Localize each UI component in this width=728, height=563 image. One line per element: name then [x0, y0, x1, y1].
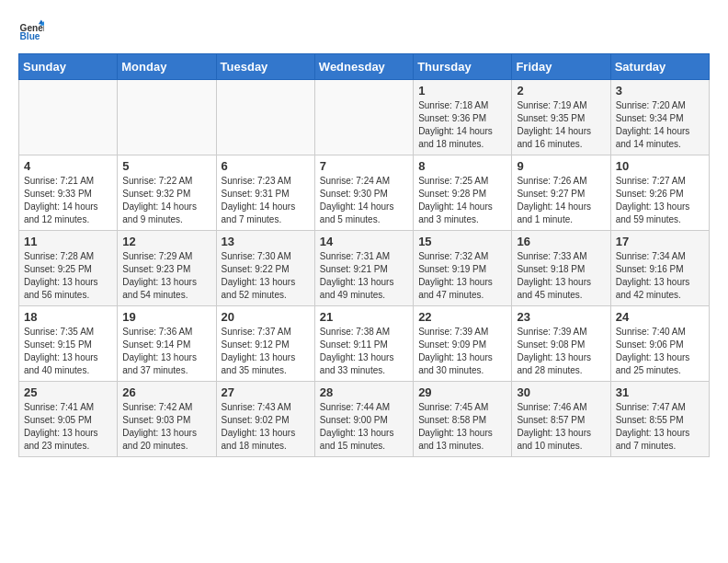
day-number: 19	[122, 310, 210, 324]
day-info-line: Sunset: 9:34 PM	[616, 112, 704, 125]
day-info-line: Sunset: 9:26 PM	[616, 188, 704, 201]
day-info-line: Sunset: 9:03 PM	[122, 414, 210, 427]
day-info-line: Sunset: 9:06 PM	[616, 339, 704, 351]
col-header-thursday: Thursday	[414, 54, 512, 80]
day-info-line: and 18 minutes.	[418, 138, 506, 151]
day-info-line: Sunrise: 7:39 AM	[517, 326, 605, 339]
day-info-line: Daylight: 13 hours	[517, 351, 605, 364]
day-number: 24	[616, 310, 704, 324]
day-info-line: Sunset: 9:25 PM	[24, 263, 112, 276]
day-cell-17: 14Sunrise: 7:31 AMSunset: 9:21 PMDayligh…	[314, 231, 413, 306]
day-cell-22: 19Sunrise: 7:36 AMSunset: 9:14 PMDayligh…	[118, 306, 216, 382]
day-info-line: Daylight: 13 hours	[418, 427, 506, 440]
day-info-line: Daylight: 13 hours	[418, 276, 506, 289]
day-info-line: and 15 minutes.	[320, 440, 408, 453]
day-info-line: and 12 minutes.	[24, 213, 112, 226]
day-number: 2	[517, 84, 605, 98]
day-info-line: Daylight: 13 hours	[616, 201, 704, 213]
day-info-line: Daylight: 13 hours	[320, 351, 408, 364]
day-info-line: Sunset: 9:11 PM	[320, 339, 408, 351]
svg-text:Blue: Blue	[20, 31, 40, 41]
day-info-line: and 9 minutes.	[122, 213, 210, 226]
day-info-line: and 40 minutes.	[24, 364, 112, 377]
day-info-line: Sunset: 8:57 PM	[517, 414, 605, 427]
day-info-line: and 23 minutes.	[24, 440, 112, 453]
day-cell-23: 20Sunrise: 7:37 AMSunset: 9:12 PMDayligh…	[216, 306, 314, 382]
day-cell-20: 17Sunrise: 7:34 AMSunset: 9:16 PMDayligh…	[610, 231, 709, 306]
day-info-line: Daylight: 14 hours	[24, 201, 112, 213]
day-info-line: Daylight: 14 hours	[222, 201, 310, 213]
day-info-line: Daylight: 13 hours	[222, 351, 310, 364]
week-row-1: 1Sunrise: 7:18 AMSunset: 9:36 PMDaylight…	[19, 80, 710, 155]
day-number: 21	[320, 310, 408, 324]
day-info-line: Sunrise: 7:46 AM	[517, 401, 605, 414]
day-info-line: Daylight: 13 hours	[222, 276, 310, 289]
col-header-monday: Monday	[118, 54, 216, 80]
day-cell-3	[314, 80, 413, 155]
day-info-line: Sunrise: 7:25 AM	[418, 175, 506, 188]
day-cell-7: 4Sunrise: 7:21 AMSunset: 9:33 PMDaylight…	[19, 155, 118, 231]
day-cell-25: 22Sunrise: 7:39 AMSunset: 9:09 PMDayligh…	[414, 306, 512, 382]
day-number: 6	[222, 159, 310, 173]
day-info-line: Daylight: 13 hours	[517, 427, 605, 440]
day-info-line: and 37 minutes.	[122, 364, 210, 377]
day-info-line: and 33 minutes.	[320, 364, 408, 377]
day-info-line: and 35 minutes.	[222, 364, 310, 377]
day-info-line: Sunrise: 7:24 AM	[320, 175, 408, 188]
day-info-line: Sunrise: 7:32 AM	[418, 250, 506, 263]
day-cell-19: 16Sunrise: 7:33 AMSunset: 9:18 PMDayligh…	[512, 231, 610, 306]
day-info-line: Sunrise: 7:47 AM	[616, 401, 704, 414]
day-info-line: and 16 minutes.	[517, 138, 605, 151]
day-info-line: and 13 minutes.	[418, 440, 506, 453]
day-cell-0	[19, 80, 118, 155]
day-info-line: and 10 minutes.	[517, 440, 605, 453]
logo-icon: General Blue	[18, 18, 44, 44]
calendar-body: 1Sunrise: 7:18 AMSunset: 9:36 PMDaylight…	[19, 80, 710, 457]
day-info-line: Sunrise: 7:43 AM	[222, 401, 310, 414]
day-info-line: Sunset: 9:08 PM	[517, 339, 605, 351]
day-number: 13	[222, 235, 310, 248]
day-info-line: Daylight: 13 hours	[122, 427, 210, 440]
day-info-line: Sunset: 9:33 PM	[24, 188, 112, 201]
week-row-4: 18Sunrise: 7:35 AMSunset: 9:15 PMDayligh…	[19, 306, 710, 382]
day-info-line: Sunrise: 7:40 AM	[616, 326, 704, 339]
day-info-line: Sunset: 9:09 PM	[418, 339, 506, 351]
day-info-line: Sunrise: 7:23 AM	[222, 175, 310, 188]
day-info-line: Sunset: 9:19 PM	[418, 263, 506, 276]
day-info-line: Sunset: 8:58 PM	[418, 414, 506, 427]
day-info-line: Sunset: 9:22 PM	[222, 263, 310, 276]
day-info-line: Sunrise: 7:34 AM	[616, 250, 704, 263]
day-info-line: Sunset: 9:31 PM	[222, 188, 310, 201]
day-number: 8	[418, 159, 506, 173]
day-cell-15: 12Sunrise: 7:29 AMSunset: 9:23 PMDayligh…	[118, 231, 216, 306]
col-header-friday: Friday	[512, 54, 610, 80]
day-info-line: Daylight: 13 hours	[24, 276, 112, 289]
day-cell-6: 3Sunrise: 7:20 AMSunset: 9:34 PMDaylight…	[610, 80, 709, 155]
day-cell-28: 25Sunrise: 7:41 AMSunset: 9:05 PMDayligh…	[19, 382, 118, 457]
day-info-line: Daylight: 14 hours	[122, 201, 210, 213]
day-info-line: Sunrise: 7:30 AM	[222, 250, 310, 263]
day-cell-10: 7Sunrise: 7:24 AMSunset: 9:30 PMDaylight…	[314, 155, 413, 231]
day-info-line: Daylight: 14 hours	[616, 125, 704, 138]
day-info-line: Sunrise: 7:44 AM	[320, 401, 408, 414]
day-info-line: Sunrise: 7:22 AM	[122, 175, 210, 188]
day-info-line: Sunrise: 7:31 AM	[320, 250, 408, 263]
day-info-line: Daylight: 13 hours	[616, 276, 704, 289]
day-cell-14: 11Sunrise: 7:28 AMSunset: 9:25 PMDayligh…	[19, 231, 118, 306]
calendar-table: SundayMondayTuesdayWednesdayThursdayFrid…	[18, 53, 710, 457]
day-info-line: Daylight: 13 hours	[517, 276, 605, 289]
day-info-line: Sunrise: 7:41 AM	[24, 401, 112, 414]
day-info-line: Sunrise: 7:26 AM	[517, 175, 605, 188]
col-header-tuesday: Tuesday	[216, 54, 314, 80]
day-info-line: Daylight: 14 hours	[418, 125, 506, 138]
day-info-line: and 47 minutes.	[418, 289, 506, 302]
day-number: 7	[320, 159, 408, 173]
day-cell-1	[118, 80, 216, 155]
day-number: 17	[616, 235, 704, 248]
day-number: 26	[122, 385, 210, 399]
day-info-line: and 52 minutes.	[222, 289, 310, 302]
day-info-line: Sunset: 9:18 PM	[517, 263, 605, 276]
day-info-line: Sunrise: 7:39 AM	[418, 326, 506, 339]
day-info-line: Sunset: 8:55 PM	[616, 414, 704, 427]
day-info-line: Sunrise: 7:29 AM	[122, 250, 210, 263]
